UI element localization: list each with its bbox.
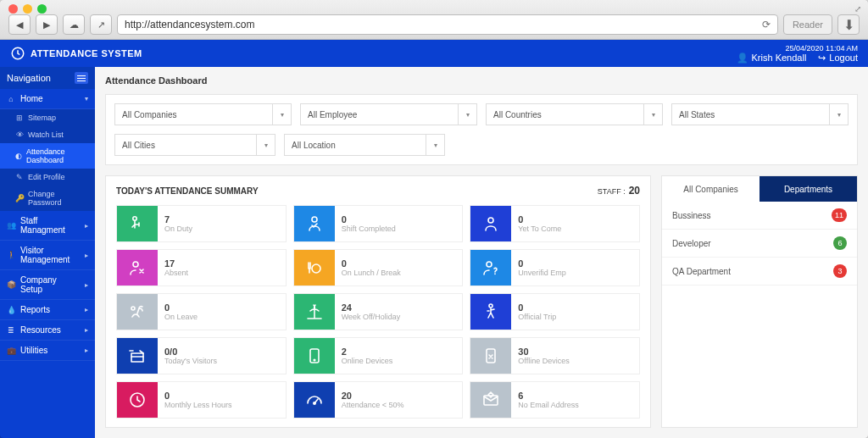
sidebar-item-resources[interactable]: ≣Resources▸ [0,320,95,341]
department-panel: All CompaniesDepartments Bussiness11Deve… [661,175,858,428]
filter-all-states[interactable]: All States▾ [671,103,849,125]
chevron-down-icon: ▾ [643,104,662,125]
downloads-button[interactable]: ⬇ [837,14,860,35]
nav-home[interactable]: ⌂ Home ▾ [0,89,95,109]
forward-button[interactable]: ▶ [36,14,58,35]
home-icon: ⌂ [7,95,15,103]
minimize-window-icon[interactable] [23,4,32,14]
share-button[interactable]: ↗ [90,14,112,35]
chevron-right-icon: ▸ [85,252,88,259]
url-bar[interactable]: http://attendancesystem.com ⟳ [117,14,778,35]
sidebar: Navigation ⌂ Home ▾ ⊞Sitemap👁Watch List◐… [0,67,95,438]
sidebar-sub-edit-profile[interactable]: ✎Edit Profile [0,169,95,186]
chevron-right-icon: ▸ [85,326,88,334]
user-icon: 👤 [737,53,748,64]
sidebar-item-utilities[interactable]: 💼Utilities▸ [0,341,95,361]
svg-point-6 [487,262,492,267]
card-shift-completed[interactable]: 0Shift Completed [293,205,464,242]
sidebar-item-reports[interactable]: 💧Reports▸ [0,300,95,320]
walk-icon: 🚶 [7,251,15,259]
filter-all-cities[interactable]: All Cities▾ [114,134,275,156]
sidebar-sub-sitemap[interactable]: ⊞Sitemap [0,109,95,126]
svg-point-5 [312,264,320,273]
card-no-email-address[interactable]: 6No Email Address [470,381,640,419]
sidebar-item-staff-managment[interactable]: 👥Staff Managment▸ [0,211,95,241]
card-attendance-50-[interactable]: 20Attendance < 50% [293,381,464,419]
card-offline-devices[interactable]: 30Offline Devices [470,337,640,374]
drop-icon: 💧 [7,306,15,314]
key-icon: 🔑 [15,194,24,202]
card-week-off-holiday[interactable]: 24Week Off/Holiday [293,293,464,330]
page-title: Attendance Dashboard [105,75,858,86]
nav-header: Navigation [0,67,95,89]
noemail-icon [470,382,511,418]
chevron-right-icon: ▸ [85,347,88,354]
offline-icon [470,338,511,374]
staff-count: STAFF :20 [598,185,640,197]
browser-chrome: ⤢ ◀ ▶ ☁ ↗ http://attendancesystem.com ⟳ … [0,0,868,40]
chevron-down-icon: ▾ [256,135,275,155]
card-on-leave[interactable]: 0On Leave [116,293,287,330]
card-on-duty[interactable]: 7On Duty [116,205,287,242]
sidebar-sub-attendance-dashboard[interactable]: ◐Attendance Dashboard [0,143,95,169]
count-badge: 3 [833,264,847,278]
shiftdone-icon [294,206,335,241]
filter-all-location[interactable]: All Location▾ [284,134,445,156]
logout-button[interactable]: ↪ Logout [818,53,858,64]
tab-all-companies[interactable]: All Companies [662,176,760,202]
filter-panel: All Companies▾All Employee▾All Countries… [105,94,858,165]
refresh-icon[interactable]: ⟳ [762,19,771,30]
window-controls [8,4,47,14]
svg-point-1 [133,217,136,220]
icloud-button[interactable]: ☁ [63,14,85,35]
user-name: Krish Kendall [752,53,807,63]
app-logo: ATTENDANCE SYSTEM [10,46,142,61]
dept-row-bussiness[interactable]: Bussiness11 [662,202,857,230]
filter-all-companies[interactable]: All Companies▾ [114,103,292,125]
header-datetime: 25/04/2020 11:04 AM [721,44,858,53]
card-on-lunch-break[interactable]: 0On Lunch / Break [293,249,464,286]
sidebar-sub-watch-list[interactable]: 👁Watch List [0,126,95,143]
chevron-down-icon: ▾ [85,95,88,103]
svg-point-11 [314,359,315,361]
card-absent[interactable]: 17Absent [116,249,287,286]
svg-point-3 [488,218,493,223]
chevron-down-icon: ▾ [426,135,444,155]
onduty-icon [117,206,158,241]
reader-button[interactable]: Reader [783,14,832,35]
chevron-right-icon: ▸ [85,281,88,289]
header-user[interactable]: 👤 Krish Kendall [737,53,807,64]
clock-icon [117,382,158,418]
db-icon: ≣ [7,326,15,335]
summary-panel: TODAY'S ATTENDANCE SUMMARY STAFF :20 7On… [105,175,651,428]
close-window-icon[interactable] [8,4,18,14]
online-icon [294,338,335,374]
filter-all-employee[interactable]: All Employee▾ [300,103,477,125]
dept-row-developer[interactable]: Developer6 [662,230,857,258]
nav-toggle-icon[interactable] [75,72,88,84]
filter-all-countries[interactable]: All Countries▾ [486,103,663,125]
sidebar-item-visitor-management[interactable]: 🚶Visitor Management▸ [0,241,95,270]
maximize-window-icon[interactable] [37,4,47,14]
dept-row-qa-department[interactable]: QA Department3 [662,258,857,286]
card-online-devices[interactable]: 2Online Devices [293,337,464,374]
card-monthly-less-hours[interactable]: 0Monthly Less Hours [116,381,287,419]
gauge-icon [294,382,335,418]
card-unverifid-emp[interactable]: 0Unverifid Emp [470,249,640,286]
yetcome-icon [470,206,511,241]
gauge-icon: ◐ [15,152,22,160]
fullscreen-icon[interactable]: ⤢ [854,4,861,14]
tab-departments[interactable]: Departments [760,176,857,202]
card-today-s-visitors[interactable]: 0/0Today's Visitors [116,337,287,374]
card-yet-to-come[interactable]: 0Yet To Come [470,205,640,242]
clock-logo-icon [10,46,25,61]
svg-rect-9 [131,353,143,362]
sidebar-item-company-setup[interactable]: 📦Company Setup▸ [0,270,95,300]
main-content: Attendance Dashboard All Companies▾All E… [95,67,868,438]
chevron-down-icon: ▾ [458,104,476,125]
back-button[interactable]: ◀ [8,14,31,35]
sidebar-sub-change-password[interactable]: 🔑Change Password [0,186,95,211]
card-official-trip[interactable]: 0Official Trip [470,293,640,330]
svg-point-14 [313,402,314,404]
app-header: ATTENDANCE SYSTEM 25/04/2020 11:04 AM 👤 … [0,40,868,67]
